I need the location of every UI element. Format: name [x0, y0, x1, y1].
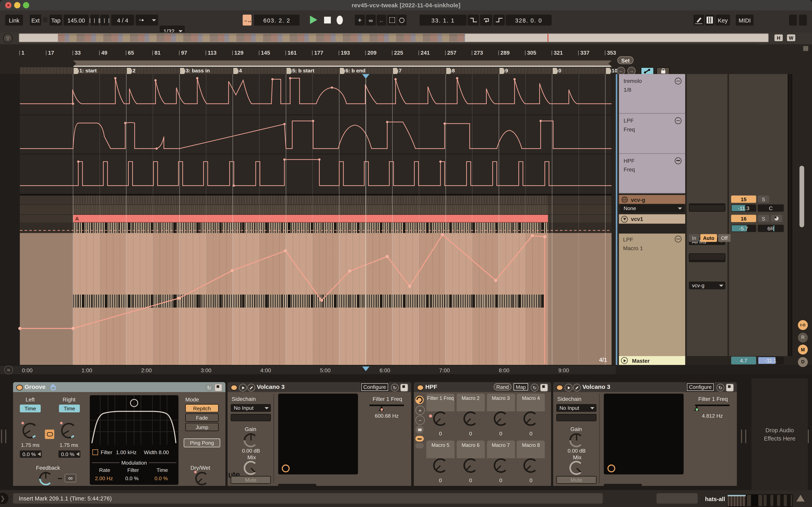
automation-breakpoint[interactable] — [233, 184, 235, 187]
computer-midi-keyboard-button[interactable] — [705, 15, 714, 25]
vcvg-solo-button[interactable]: S — [758, 195, 769, 203]
draw-mode-button[interactable] — [694, 15, 704, 25]
beat-time-ruler[interactable]: 1173349658197113129145161177193209225241… — [0, 49, 616, 58]
map-button[interactable]: Map — [513, 383, 528, 390]
automation-breakpoint[interactable] — [320, 299, 323, 302]
automation-breakpoint[interactable] — [348, 270, 351, 273]
sidechain-input-select[interactable]: No Input — [231, 404, 271, 412]
automation-breakpoint[interactable] — [441, 233, 444, 236]
show-chains-button[interactable] — [415, 425, 424, 434]
map-select-1[interactable]: none — [278, 484, 316, 486]
sidechain-input-select[interactable]: No Input — [556, 404, 596, 412]
gain-value[interactable]: 0.00 dB — [565, 448, 589, 454]
chain-end-grip[interactable] — [741, 430, 746, 443]
tap-tempo-button[interactable]: Tap — [50, 15, 62, 25]
overdub-button[interactable]: ∞ — [366, 15, 376, 25]
capture-button[interactable] — [387, 15, 397, 25]
locator-label[interactable]: 1: start — [80, 68, 97, 73]
drop-audio-effects-zone[interactable]: Drop Audio Effects Here — [751, 379, 808, 490]
vcvg-automation-select[interactable]: None — [620, 205, 684, 212]
gain-knob[interactable] — [569, 433, 583, 447]
mixer-toggle-r[interactable]: R — [798, 332, 808, 342]
vcv1-pan-field[interactable]: 6R — [758, 225, 784, 232]
device-volcano-1[interactable]: Volcano 3 Configure ↻ Sidechain No Input… — [227, 382, 411, 486]
automation-breakpoint[interactable] — [289, 77, 292, 79]
macro-value[interactable]: 0 — [517, 431, 545, 436]
automation-breakpoint[interactable] — [444, 122, 446, 125]
dry-wet-knob[interactable] — [195, 472, 209, 486]
right-time-value[interactable]: 1.75 ms — [56, 442, 82, 448]
left-offset-field[interactable]: 0.0 % — [20, 450, 42, 458]
hpf-titlebar[interactable]: HPF Rand Map ↻ — [414, 382, 551, 392]
macro-value[interactable]: 0 — [457, 431, 485, 436]
automation-breakpoint[interactable] — [331, 87, 333, 89]
save-preset-icon[interactable] — [540, 384, 548, 392]
xy-handle[interactable] — [607, 465, 615, 472]
locator-label[interactable]: 9 — [505, 68, 508, 73]
device-on-toggle[interactable] — [417, 385, 423, 390]
automation-breakpoint[interactable] — [196, 77, 198, 79]
automation-breakpoint[interactable] — [394, 78, 397, 80]
automation-breakpoint[interactable] — [71, 327, 74, 330]
automation-lane-row[interactable]: LPFFreq — [619, 114, 685, 154]
automation-breakpoint[interactable] — [283, 123, 286, 125]
mode-fade-button[interactable]: Fade — [185, 413, 218, 422]
filter-display[interactable]: Filter 1.00 kHz Width 8.00 Modulation Ra… — [90, 395, 179, 485]
mixer-toggle-m[interactable]: M — [798, 345, 808, 354]
mod-filter-value[interactable]: 0.0 % — [125, 475, 139, 481]
left-time-mode-button[interactable]: Time — [20, 405, 41, 412]
right-time-mode-button[interactable]: Time — [59, 405, 80, 412]
automation-breakpoint[interactable] — [18, 327, 21, 330]
automation-breakpoint[interactable] — [283, 158, 286, 161]
gain-value[interactable]: 0.00 dB — [239, 448, 263, 454]
automation-breakpoint[interactable] — [114, 77, 116, 79]
macro-value[interactable]: 0 — [517, 477, 545, 483]
automation-breakpoint[interactable] — [72, 103, 74, 105]
punch-in-button[interactable] — [468, 15, 479, 25]
automation-breakpoint[interactable] — [494, 279, 497, 282]
show-macros-button[interactable] — [415, 396, 424, 404]
monitor-in-button[interactable]: In — [689, 234, 699, 242]
automation-breakpoint[interactable] — [231, 269, 234, 272]
configure-button[interactable]: Configure — [687, 383, 714, 391]
sidechain-sub-select[interactable] — [231, 414, 271, 421]
vcv1-output-sub[interactable] — [689, 253, 725, 261]
remove-lane-button[interactable] — [675, 78, 681, 84]
automation-breakpoint[interactable] — [531, 234, 534, 237]
key-map-button[interactable]: Key — [715, 15, 730, 25]
plugin-panel[interactable] — [278, 394, 358, 474]
filter-checkbox[interactable] — [92, 449, 98, 455]
automation-breakpoint[interactable] — [408, 285, 411, 288]
left-time-knob[interactable] — [22, 423, 38, 438]
macro-knob[interactable] — [433, 411, 448, 426]
track-header-vcv1[interactable]: vcv1 — [619, 214, 685, 224]
show-hide-arrow[interactable] — [797, 495, 805, 502]
mode-repitch-button[interactable]: Repitch — [185, 404, 218, 412]
time-signature-field[interactable]: 4 / 4 — [111, 15, 134, 25]
mod-time-value[interactable]: 0.0 % — [154, 475, 168, 481]
save-preset-icon[interactable] — [726, 384, 734, 392]
plugin-param-value[interactable]: 4.812 Hz — [697, 412, 728, 418]
unfold-device-icon[interactable] — [239, 384, 247, 392]
session-record-button[interactable] — [397, 15, 407, 25]
ext-button[interactable]: Ext — [30, 15, 41, 25]
overview-width-button[interactable]: W — [787, 34, 795, 41]
plugin-edit-icon[interactable] — [573, 384, 581, 392]
locator-label[interactable]: 3: bass in — [186, 68, 210, 73]
macro-value[interactable]: 0 — [426, 477, 455, 483]
right-offset-field[interactable]: 0.0 % — [58, 450, 81, 458]
remove-lane-button[interactable] — [675, 117, 681, 124]
feedback-knob[interactable] — [39, 472, 53, 486]
left-time-value[interactable]: 1.75 ms — [17, 442, 43, 448]
mixer-toggle-d[interactable]: D — [798, 357, 808, 367]
macro-knob[interactable] — [494, 458, 508, 473]
automation-lane-row[interactable]: HPFFreq — [619, 154, 685, 193]
rack-extra-button[interactable] — [415, 443, 424, 448]
device-view-right-grip[interactable] — [808, 430, 812, 443]
hot-swap-icon[interactable]: ↻ — [716, 384, 724, 392]
show-devices-button[interactable] — [415, 436, 424, 442]
arrangement-position-field[interactable]: 603. 2. 2 — [254, 15, 300, 25]
play-button[interactable] — [310, 15, 317, 24]
automation-breakpoint[interactable] — [312, 120, 314, 122]
vcv1-track-number[interactable]: 16 — [731, 215, 756, 222]
